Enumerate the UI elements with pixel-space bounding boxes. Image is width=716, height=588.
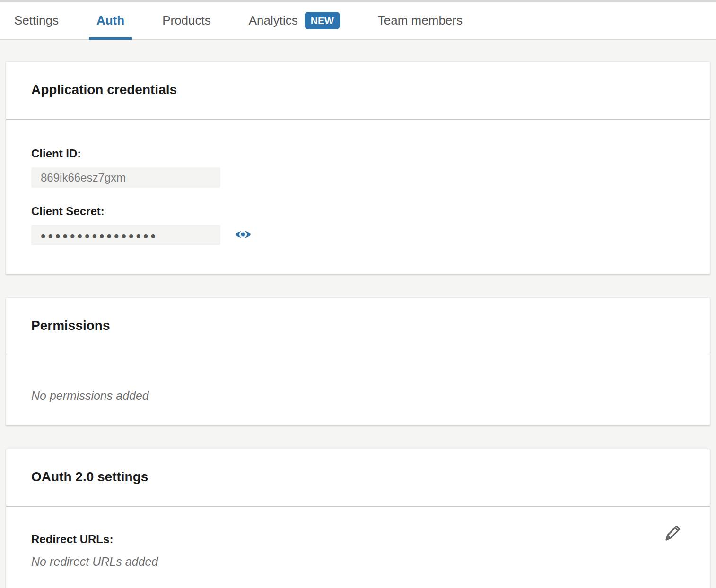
tab-products-label: Products	[162, 13, 211, 28]
client-id-value: 869ik66esz7gxm	[31, 167, 220, 188]
redirect-urls-empty-text: No redirect URLs added	[31, 554, 685, 569]
app-tab-bar: Settings Auth Products Analytics NEW Tea…	[0, 2, 716, 40]
new-badge: NEW	[305, 12, 340, 29]
permissions-body: No permissions added	[6, 355, 710, 425]
client-id-label: Client ID:	[31, 147, 685, 161]
tab-settings[interactable]: Settings	[7, 2, 66, 39]
tab-products[interactable]: Products	[155, 2, 218, 39]
application-credentials-title: Application credentials	[31, 82, 685, 97]
permissions-card: Permissions No permissions added	[6, 297, 710, 425]
oauth-settings-card: OAuth 2.0 settings Redirect URLs: No red…	[6, 449, 710, 588]
eye-icon	[235, 226, 252, 244]
show-secret-button[interactable]	[235, 227, 252, 244]
application-credentials-header: Application credentials	[6, 62, 710, 120]
main-content: Application credentials Client ID: 869ik…	[0, 40, 716, 588]
client-secret-row: ••••••••••••••••	[31, 218, 685, 245]
tab-auth[interactable]: Auth	[89, 2, 132, 39]
edit-redirect-urls-button[interactable]	[662, 522, 683, 544]
application-credentials-card: Application credentials Client ID: 869ik…	[6, 61, 710, 274]
tab-analytics-label: Analytics	[249, 13, 298, 28]
permissions-empty-text: No permissions added	[31, 389, 685, 403]
redirect-urls-label: Redirect URLs:	[31, 532, 685, 546]
tab-team-members[interactable]: Team members	[370, 2, 470, 39]
permissions-header: Permissions	[6, 298, 710, 355]
tab-auth-label: Auth	[96, 13, 124, 28]
client-secret-label: Client Secret:	[31, 204, 685, 218]
tab-settings-label: Settings	[14, 13, 59, 28]
oauth-settings-header: OAuth 2.0 settings	[6, 449, 710, 507]
tab-analytics[interactable]: Analytics NEW	[241, 2, 348, 39]
tab-team-members-label: Team members	[378, 13, 463, 28]
oauth-settings-body: Redirect URLs: No redirect URLs added	[6, 507, 710, 588]
application-credentials-body: Client ID: 869ik66esz7gxm Client Secret:…	[6, 120, 710, 274]
pencil-icon	[662, 538, 683, 545]
oauth-settings-title: OAuth 2.0 settings	[31, 469, 685, 484]
client-secret-value: ••••••••••••••••	[31, 225, 220, 245]
client-secret-masked-dots: ••••••••••••••••	[41, 227, 158, 243]
permissions-title: Permissions	[31, 318, 685, 333]
